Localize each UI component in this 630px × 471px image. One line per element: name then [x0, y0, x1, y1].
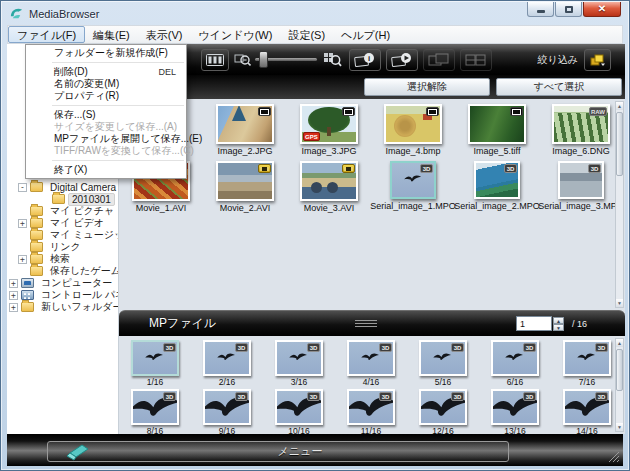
thumbnail-image[interactable]: 3D [347, 340, 395, 376]
thumbnail-image[interactable]: RAW [552, 104, 610, 144]
title-bar[interactable]: MediaBrowser ✕ [2, 2, 628, 25]
thumbnail-item[interactable]: 3DSerial_image_3.MPO [539, 161, 623, 213]
thumbnail-item[interactable]: GPSImage_3.JPG [287, 104, 371, 156]
thumbnail-image[interactable] [216, 104, 274, 144]
thumbnail-item[interactable]: Image_4.bmp [371, 104, 455, 156]
thumbnail-item[interactable]: 3D2/16 [191, 340, 263, 387]
thumbnail-image[interactable] [468, 104, 526, 144]
thumbnail-item[interactable]: 3D6/16 [479, 340, 551, 387]
panel-drag-handle[interactable] [216, 323, 516, 324]
info-button[interactable]: i [349, 49, 381, 71]
menu-bar-item[interactable]: ヘルプ(H) [333, 26, 398, 43]
sidebar-item[interactable]: -Digital Camera [7, 181, 118, 193]
filter-dropdown-button[interactable] [584, 49, 611, 71]
scroll-up-icon[interactable]: ▲ [616, 339, 623, 347]
thumbnail-item[interactable]: Image_5.tiff [455, 104, 539, 156]
thumbnail-image[interactable]: 3D [419, 340, 467, 376]
minimize-button[interactable] [527, 2, 554, 17]
thumbnail-image[interactable]: 3D [558, 161, 604, 199]
thumbnail-image[interactable]: 3D [563, 340, 611, 376]
mp-grid-scrollbar[interactable]: ▲ ▼ [615, 338, 624, 432]
scrollbar-thumb[interactable] [616, 112, 623, 176]
slider-thumb[interactable] [259, 51, 268, 68]
thumbnail-image[interactable]: 3D [491, 389, 539, 425]
zoom-out-icon[interactable] [234, 53, 251, 67]
thumbnail-image[interactable]: 3D [131, 389, 179, 425]
thumbnail-zoom-slider[interactable] [255, 58, 317, 61]
thumbnail-image[interactable] [384, 104, 442, 144]
thumbnail-item[interactable]: 3D9/16 [191, 389, 263, 434]
menu-separator [52, 160, 184, 161]
scroll-down-icon[interactable]: ▼ [616, 299, 623, 307]
menu-bar-item[interactable]: ファイル(F) [8, 26, 85, 43]
filmstrip-stack-icon [465, 53, 487, 67]
thumbnail-item[interactable]: 3D10/16 [263, 389, 335, 434]
menu-bar-item[interactable]: ウインドウ(W) [190, 26, 280, 43]
thumbnail-image[interactable]: 3D [491, 340, 539, 376]
thumbnail-item[interactable]: 3D13/16 [479, 389, 551, 434]
view-mode-button[interactable] [201, 49, 229, 71]
expander-minus-icon[interactable]: - [18, 183, 27, 192]
thumbnail-item[interactable]: 3D5/16 [407, 340, 479, 387]
thumbnail-image[interactable]: 3D [563, 389, 611, 425]
thumbnail-item[interactable]: 3D4/16 [335, 340, 407, 387]
thumbnail-item[interactable]: 3D7/16 [551, 340, 623, 387]
spin-down-icon[interactable]: ▼ [553, 324, 564, 331]
thumbnail-item[interactable]: 3D11/16 [335, 389, 407, 434]
thumbnail-item[interactable]: RAWImage_6.DNG [539, 104, 623, 156]
close-button[interactable]: ✕ [583, 2, 621, 17]
thumbnail-image[interactable]: 3D [203, 389, 251, 425]
scrollbar-thumb[interactable] [616, 349, 623, 391]
scroll-up-icon[interactable]: ▲ [616, 102, 623, 110]
thumbnail-item[interactable]: 3D14/16 [551, 389, 623, 434]
file-menu-item[interactable]: フォルダーを新規作成(F) [26, 47, 186, 59]
slider-track[interactable] [255, 58, 317, 61]
thumbnail-item[interactable]: Movie_3.AVI [287, 161, 371, 213]
thumbnail-item[interactable]: 3D12/16 [407, 389, 479, 434]
thumbnail-image[interactable]: GPS [300, 104, 358, 144]
file-menu-item[interactable]: プロパティ(R) [26, 90, 186, 102]
filter-squares-icon [589, 53, 606, 67]
thumbnail-item[interactable]: 3D3/16 [263, 340, 335, 387]
spin-up-icon[interactable]: ▲ [553, 317, 564, 324]
thumbnail-label: 11/16 [361, 426, 382, 434]
thumbnail-item[interactable]: 3DSerial_image_2.MPO [455, 161, 539, 213]
library-scrollbar[interactable]: ▲ ▼ [615, 101, 624, 308]
mp-file-bar[interactable]: MPファイル ▲ ▼ / 16 [119, 310, 625, 336]
menu-bar-item[interactable]: 表示(V) [138, 26, 191, 43]
thumbnail-image[interactable] [300, 161, 358, 201]
scroll-down-icon[interactable]: ▼ [616, 423, 623, 431]
expander-plus-icon[interactable]: + [9, 291, 18, 300]
thumbnail-image[interactable]: 3D [131, 340, 179, 376]
thumbnail-image[interactable]: 3D [474, 161, 520, 199]
deselect-button[interactable]: 選択解除 [364, 78, 490, 96]
thumbnail-image[interactable]: 3D [275, 340, 323, 376]
page-number-input[interactable] [516, 316, 552, 331]
thumbnail-item[interactable]: 3D1/16 [119, 340, 191, 387]
thumbnail-item[interactable]: 3D8/16 [119, 389, 191, 434]
resize-grip[interactable] [607, 450, 620, 463]
expander-plus-icon[interactable]: + [18, 219, 27, 228]
select-all-button[interactable]: すべて選択 [496, 78, 622, 96]
zoom-in-icon[interactable] [323, 52, 342, 67]
thumbnail-item[interactable]: Image_2.JPG [203, 104, 287, 156]
thumbnail-image[interactable] [216, 161, 274, 201]
file-menu-item[interactable]: 終了(X) [26, 164, 186, 176]
expander-plus-icon[interactable]: + [18, 255, 27, 264]
thumbnail-image[interactable]: 3D [203, 340, 251, 376]
thumbnail-image[interactable]: 3D [419, 389, 467, 425]
maximize-button[interactable] [555, 2, 582, 17]
play-icon [391, 52, 413, 68]
thumbnail-image[interactable]: 3D [347, 389, 395, 425]
thumbnail-image[interactable]: 3D [275, 389, 323, 425]
sidebar-item[interactable]: +新しいフォルダー [7, 301, 118, 313]
expander-plus-icon[interactable]: + [9, 279, 18, 288]
play-button[interactable] [386, 49, 418, 71]
menu-button[interactable]: メニュー [47, 441, 509, 462]
expander-plus-icon[interactable]: + [9, 303, 18, 312]
thumbnail-item[interactable]: Movie_2.AVI [203, 161, 287, 213]
thumbnail-image[interactable]: 3D [390, 161, 436, 199]
menu-bar-item[interactable]: 設定(S) [280, 26, 333, 43]
thumbnail-item[interactable]: 3DSerial_image_1.MPO [371, 161, 455, 213]
menu-bar-item[interactable]: 編集(E) [85, 26, 138, 43]
